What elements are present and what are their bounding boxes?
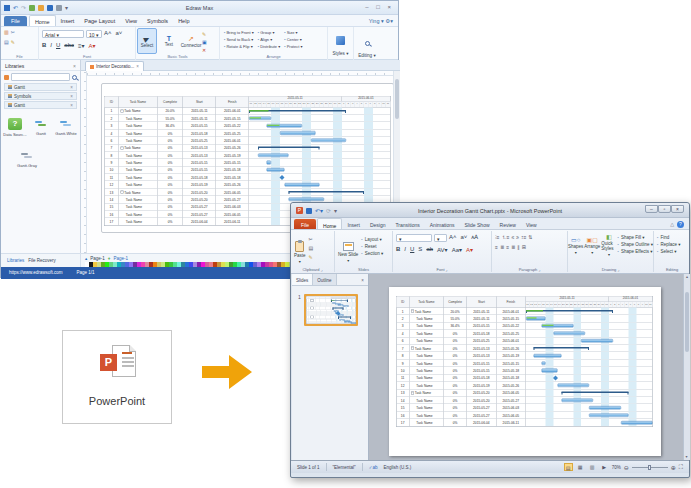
gantt-milestone[interactable] xyxy=(280,175,285,180)
bold-icon[interactable]: B xyxy=(396,246,400,253)
shrink-font-icon[interactable]: a˅ xyxy=(461,234,468,242)
minimize-button[interactable]: – xyxy=(645,205,658,213)
slides-cmd-section-[interactable]: Section ▾ xyxy=(361,251,383,256)
spellcheck-icon[interactable]: ✓ab xyxy=(369,465,378,470)
strikethrough-icon[interactable]: ab xyxy=(426,246,433,253)
text-tool-button[interactable]: TText xyxy=(159,28,179,54)
ppt-window-controls[interactable]: – ▫ × xyxy=(645,205,684,213)
cut-icon[interactable]: ✂ xyxy=(309,236,314,242)
editing-cmd-replace-[interactable]: Replace ▾ xyxy=(657,242,690,247)
add-page-icon[interactable]: + xyxy=(108,256,111,261)
gantt-chart-ppt[interactable]: IDTask NameCompleteStartFinish2015-05-11… xyxy=(396,296,653,427)
edraw-window-controls[interactable]: – □ × xyxy=(365,4,394,10)
zoom-level[interactable]: 70% xyxy=(612,465,621,470)
zoom-in-icon[interactable]: ⊕ xyxy=(671,464,676,471)
copy-icon[interactable]: ▤ xyxy=(309,245,314,251)
library-item-gantt-gray[interactable]: Gantt-Gray xyxy=(15,152,39,168)
shadow-icon[interactable]: S xyxy=(418,246,422,253)
grow-font-icon[interactable]: A˄ xyxy=(104,30,112,38)
edraw-menu-tab-insert[interactable]: Insert xyxy=(56,15,80,26)
line-spacing-icon[interactable]: ↕≡ xyxy=(521,234,526,240)
indent-less-icon[interactable]: ≤ xyxy=(511,234,514,240)
gantt-task-bar[interactable] xyxy=(267,124,302,128)
ppt-qat-more-icon[interactable]: ▾ xyxy=(334,207,337,214)
font-size-select[interactable]: 10 ▾ xyxy=(86,30,102,38)
ppt-undo-icon[interactable]: ↶▾ xyxy=(315,207,323,214)
shapes-button[interactable]: ▭○Shapes▾ xyxy=(568,233,583,257)
gantt-task-bar[interactable] xyxy=(280,131,315,135)
bullets-icon[interactable]: ⁝≡ xyxy=(495,234,500,240)
arrange-group[interactable]: Group ▾ xyxy=(258,30,280,35)
copy-icon[interactable]: ▤ xyxy=(4,39,9,45)
strikethrough-icon[interactable]: abc xyxy=(64,42,74,49)
close-button[interactable]: × xyxy=(671,205,684,213)
page-nav-icon[interactable]: ▴ xyxy=(85,256,87,261)
drawing-cmd-shape-outline-[interactable]: Shape Outline ▾ xyxy=(618,242,653,247)
ppt-tab-view[interactable]: View xyxy=(521,218,542,229)
gantt-task-bar[interactable] xyxy=(289,198,324,202)
gear-icon[interactable]: ⚙▾ xyxy=(385,18,393,24)
gantt-task-bar[interactable] xyxy=(249,116,271,120)
italic-icon[interactable]: I xyxy=(50,42,52,49)
edraw-menu-tab-view[interactable]: View xyxy=(120,15,142,26)
grow-font-icon[interactable]: A˄ xyxy=(449,234,457,242)
char-spacing-icon[interactable]: AV▾ xyxy=(437,246,448,253)
library-item-data-source[interactable]: ? Data Sourc... xyxy=(3,118,27,137)
edraw-menu-tab-help[interactable]: Help xyxy=(173,15,194,26)
editing-cmd-find[interactable]: Find xyxy=(657,235,690,240)
library-item-gantt-white[interactable]: Gantt-White xyxy=(54,120,78,136)
edraw-editing-button[interactable]: Editing ▾ xyxy=(354,27,380,60)
font-color-icon[interactable]: A▾ xyxy=(466,246,473,253)
page-tab[interactable]: Page-1 xyxy=(90,256,105,261)
edraw-menu-tab-home[interactable]: Home xyxy=(29,15,56,26)
slide-sorter-icon[interactable]: ▦ xyxy=(576,463,585,471)
library-section-symbols[interactable]: Symbols× xyxy=(4,92,77,100)
clear-format-icon[interactable]: 🗚 xyxy=(471,234,478,242)
library-section-gantt[interactable]: Gantt× xyxy=(4,101,77,109)
arrange-rotate-flip[interactable]: Rotate & Flip ▾ xyxy=(224,44,254,49)
numbering-icon[interactable]: ⒈≡ xyxy=(502,234,510,240)
ppt-tab-design[interactable]: Design xyxy=(365,218,391,229)
theme-name[interactable]: "Elemental" xyxy=(333,465,356,470)
shape-icon[interactable]: ▣ xyxy=(202,39,207,45)
erase-icon[interactable]: ✕ xyxy=(202,47,207,53)
normal-view-icon[interactable]: ▤ xyxy=(564,463,573,471)
ppt-titlebar[interactable]: P ↶▾ ⟳ ▾ Interior Decoration Gantt Chart… xyxy=(291,203,689,218)
ppt-tab-transitions[interactable]: Transitions xyxy=(391,218,425,229)
search-input[interactable] xyxy=(11,73,70,81)
columns-icon[interactable]: ∥ xyxy=(517,244,520,250)
arrange-distribute[interactable]: Distribute ▾ xyxy=(258,44,280,49)
format-painter-icon[interactable]: ✎ xyxy=(309,254,314,260)
ppt-tab-home[interactable]: Home xyxy=(317,218,342,229)
library-search[interactable] xyxy=(4,73,77,81)
quick-styles-button[interactable]: ◧Quick Styles▾ xyxy=(601,233,616,257)
font-color-icon[interactable]: A▾ xyxy=(89,42,96,49)
maximize-button[interactable]: ▫ xyxy=(658,205,671,213)
zoom-slider[interactable] xyxy=(632,467,668,468)
bold-icon[interactable]: B xyxy=(42,42,46,49)
search-icon[interactable] xyxy=(72,75,77,80)
gantt-task-bar[interactable] xyxy=(267,161,271,165)
arrange-center[interactable]: Center ▾ xyxy=(284,37,302,42)
language-indicator[interactable]: English (U.S.) xyxy=(384,465,412,470)
arrange-align[interactable]: Align ▾ xyxy=(258,37,280,42)
align-left-icon[interactable]: ≡ xyxy=(495,244,498,250)
gantt-summary-bar[interactable] xyxy=(258,147,320,149)
gantt-task-bar[interactable] xyxy=(267,168,285,172)
slideshow-icon[interactable]: ▶ xyxy=(600,463,609,471)
edraw-titlebar[interactable]: ↶ ↷ ▾ Edraw Max – □ × xyxy=(1,1,398,15)
slides-cmd-reset[interactable]: Reset xyxy=(361,244,383,249)
edraw-menu-tab-page-layout[interactable]: Page Layout xyxy=(79,15,120,26)
gantt-task-bar[interactable] xyxy=(258,153,289,157)
gantt-summary-bar[interactable] xyxy=(289,191,364,193)
cut-icon[interactable]: ✂ xyxy=(11,29,15,35)
close-document-icon[interactable]: × xyxy=(136,64,139,69)
document-tab[interactable]: Interior Decoratio... × xyxy=(85,61,144,71)
paste-icon[interactable]: ▥ xyxy=(4,29,9,35)
pen-icon[interactable]: ✎ xyxy=(202,31,207,37)
zoom-out-icon[interactable]: ⊖ xyxy=(624,464,629,471)
ppt-font-name-select[interactable]: ▾ xyxy=(396,234,432,242)
ppt-redo-icon[interactable]: ⟳ xyxy=(326,207,331,214)
tab-slides[interactable]: Slides xyxy=(292,274,313,285)
gantt-task-bar[interactable] xyxy=(311,139,346,143)
